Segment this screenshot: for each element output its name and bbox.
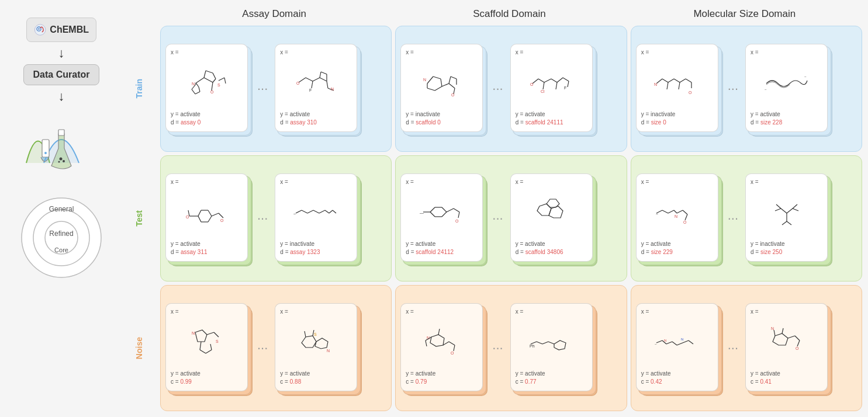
svg-line-120 (674, 210, 677, 213)
circle-label-core: Core (54, 246, 68, 253)
svg-line-98 (325, 210, 329, 213)
card-y-line: y = activate (516, 240, 545, 248)
molecule-area (751, 186, 822, 238)
card-y-line: y = inactivate (280, 240, 314, 248)
svg-text:O: O (683, 220, 687, 224)
svg-line-152 (443, 342, 449, 345)
card-x-label: x = (516, 308, 524, 315)
train-label: Train (134, 79, 144, 98)
card-y-line: y = activate (751, 370, 780, 378)
card-y-line: y = activate (406, 240, 435, 248)
svg-line-99 (329, 210, 333, 213)
svg-point-5 (60, 158, 63, 161)
svg-line-17 (213, 73, 216, 79)
noise-scaffold-card-1: x = N O (400, 303, 485, 394)
molecule-area: O Cl F (516, 57, 587, 108)
molecule-svg-train-molecular-2: ~ ~ (763, 66, 810, 98)
svg-line-39 (320, 72, 321, 78)
svg-text:S: S (314, 332, 317, 336)
svg-line-127 (781, 208, 787, 213)
svg-line-89 (219, 213, 223, 218)
card-front: x = (400, 44, 483, 132)
train-molecular-card-1: x = (636, 44, 721, 134)
card-d-line: d = scaffold 34806 (516, 248, 563, 256)
card-x-label: x = (280, 308, 288, 315)
svg-line-122 (677, 210, 683, 213)
circle-label-general: General (49, 205, 74, 213)
svg-line-119 (668, 210, 674, 213)
svg-line-177 (788, 336, 795, 338)
test-label: Test (134, 210, 144, 227)
svg-line-23 (195, 92, 200, 94)
svg-line-174 (689, 340, 693, 344)
molecule-area (516, 186, 587, 238)
svg-line-159 (426, 340, 427, 346)
molecule-area: N ~ O (641, 186, 713, 238)
svg-text:N: N (331, 87, 334, 91)
card-d-line: c = 0.77 (516, 378, 537, 386)
svg-line-26 (219, 78, 224, 81)
molecule-area: O O (171, 186, 243, 238)
svg-line-48 (442, 84, 449, 86)
svg-text:N: N (192, 331, 195, 335)
card-front: x = N S (165, 303, 248, 391)
assay-domain-header: Assay Domain (157, 6, 392, 22)
train-scaffold-card-1: x = (400, 44, 485, 134)
molecule-svg-train-scaffold-2: O Cl F (528, 66, 575, 98)
molecule-svg-noise-molecular-2: N O (763, 325, 810, 357)
svg-text:O: O (796, 346, 799, 350)
svg-line-14 (212, 82, 213, 91)
svg-text:N: N (654, 82, 657, 86)
chembl-icon (34, 22, 46, 38)
card-x-label: x = (641, 308, 649, 315)
test-assay-card-1: x = (165, 173, 250, 264)
main-container: ChEMBL ↓ Data Curator ↓ (0, 0, 868, 417)
svg-line-13 (204, 78, 213, 82)
card-x-label: x = (751, 308, 759, 315)
svg-text:O: O (455, 219, 459, 223)
svg-line-118 (662, 210, 668, 213)
molecule-svg-train-scaffold-1: N O (419, 66, 465, 98)
molecule-svg-train-molecular-1: O N (653, 66, 700, 98)
molecule-area: N O (751, 316, 822, 367)
svg-line-162 (542, 342, 548, 344)
svg-line-105 (442, 207, 447, 212)
svg-line-24 (199, 87, 200, 92)
svg-line-137 (200, 342, 201, 350)
card-y-line: y = activate (516, 110, 545, 119)
card-y-line: y = inactivate (641, 110, 676, 119)
svg-line-110 (454, 208, 459, 212)
svg-line-57 (538, 79, 544, 82)
noise-assay-col: x = N S (160, 285, 392, 411)
svg-line-69 (662, 79, 668, 82)
svg-marker-146 (315, 338, 328, 349)
card-x-label: x = (171, 308, 179, 315)
card-x-label: x = (171, 49, 179, 55)
svg-rect-3 (42, 140, 49, 157)
card-d-line: d = scaffold 0 (406, 119, 441, 127)
svg-line-64 (568, 81, 569, 87)
molecular-domain-header: Molecular Size Domain (627, 6, 862, 22)
svg-text:S: S (217, 83, 220, 87)
svg-line-59 (544, 79, 551, 82)
svg-line-124 (683, 210, 687, 214)
card-x-label: x = (641, 179, 649, 185)
molecule-area: O F N (280, 57, 352, 108)
svg-line-139 (206, 350, 212, 353)
svg-line-131 (775, 208, 781, 211)
svg-line-58 (543, 82, 544, 89)
svg-line-70 (668, 79, 674, 82)
svg-line-51 (449, 77, 451, 84)
svg-line-31 (312, 81, 313, 88)
card-d-value: size 0 (651, 119, 666, 126)
dots-sep-3: ··· (725, 81, 741, 96)
svg-line-95 (307, 210, 313, 213)
molecule-svg-test-scaffold-2 (528, 196, 575, 228)
card-d-line: d = assay 311 (171, 248, 208, 256)
card-x-label: x = (516, 49, 524, 55)
svg-line-73 (686, 79, 691, 82)
train-label-col: Train (122, 26, 157, 152)
molecule-area: N O (406, 316, 478, 367)
card-front: x = Ph y = act (510, 303, 593, 391)
svg-text:N: N (681, 338, 683, 341)
